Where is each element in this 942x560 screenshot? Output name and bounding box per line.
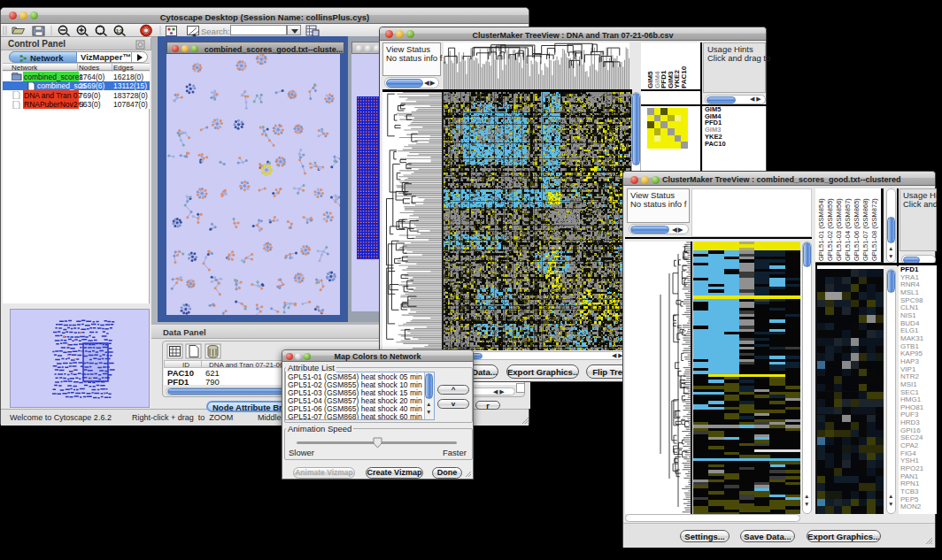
svg-text:1:1: 1:1 bbox=[116, 28, 122, 34]
svg-text:GPL51-02 (GSM855): GPL51-02 (GSM855) bbox=[826, 198, 834, 261]
svg-text:GPL51-08 (GSM872): GPL51-08 (GSM872) bbox=[870, 198, 878, 261]
svg-text:GPL51-04 (GSM857): GPL51-04 (GSM857) bbox=[844, 198, 852, 261]
svg-text:GPL51-03 (GSM856): GPL51-03 (GSM856) bbox=[835, 198, 843, 261]
svg-text:GPL51-07 (GSM868): GPL51-07 (GSM868) bbox=[861, 198, 869, 261]
svg-text:GPL51-01 (GSM854): GPL51-01 (GSM854) bbox=[817, 198, 825, 261]
svg-text:PAC10: PAC10 bbox=[680, 65, 688, 88]
svg-text:GPL51-06 (GSM865): GPL51-06 (GSM865) bbox=[853, 198, 861, 261]
